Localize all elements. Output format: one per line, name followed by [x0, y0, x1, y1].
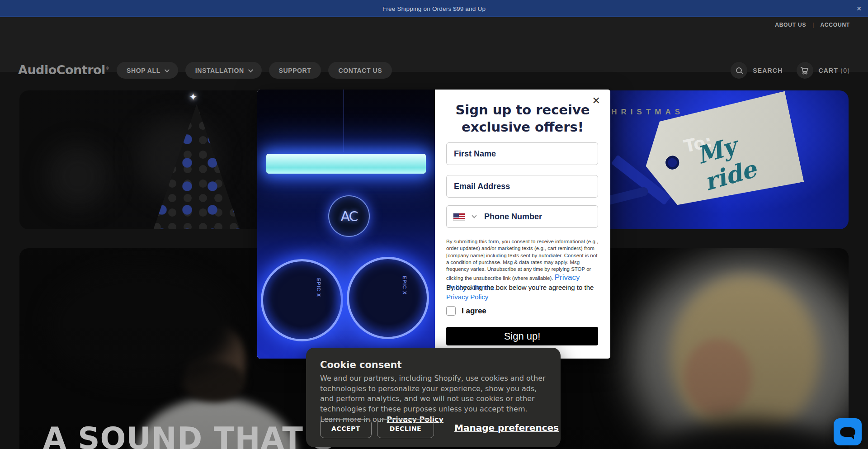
header-actions: SEARCH CART (0): [731, 62, 850, 79]
announcement-close-icon[interactable]: ✕: [856, 0, 862, 17]
email-field-wrap: [446, 175, 598, 198]
phone-field-wrap: [446, 205, 598, 228]
ac-logo-emblem: AC: [328, 195, 370, 237]
nav-support-label: SUPPORT: [279, 67, 311, 74]
chevron-down-icon: [165, 67, 170, 72]
signup-modal: AC EPIC X EPIC X ✕ Sign up to receive ex…: [257, 90, 610, 359]
cookie-manage-preferences-link[interactable]: Manage preferences: [454, 422, 559, 433]
agree-checkbox-label: I agree: [462, 307, 486, 316]
email-input[interactable]: [447, 175, 598, 197]
agree-prefix: By checking the box below you're agreein…: [446, 284, 594, 291]
nav-contact-us-label: CONTACT US: [338, 67, 382, 74]
first-name-field-wrap: [446, 142, 598, 165]
account-link[interactable]: ACCOUNT: [820, 22, 850, 28]
signup-form: ✕ Sign up to receive exclusive offers! B…: [435, 90, 610, 359]
cart-button[interactable]: [797, 62, 813, 79]
ac-logo-text: AC: [341, 208, 358, 224]
cookie-body: We and our partners, including Shopify, …: [320, 373, 548, 425]
subwoofer-brand-text: EPIC X: [402, 276, 407, 295]
brand-logo-text: AudioControl: [18, 63, 105, 77]
utility-nav: ABOUT US | ACCOUNT: [775, 22, 850, 28]
agree-text: By checking the box below you're agreein…: [446, 283, 600, 302]
nav-shop-all-label: SHOP ALL: [127, 67, 160, 74]
subwoofer-left: EPIC X: [261, 259, 343, 341]
agree-checkbox-row: I agree: [446, 306, 486, 316]
header: ABOUT US | ACCOUNT AudioControl® SHOP AL…: [0, 17, 868, 72]
search-icon: [736, 67, 742, 73]
announcement-bar: Free Shipping on Orders $99 and Up ✕: [0, 0, 868, 17]
neon-light-bar: [266, 154, 426, 174]
cart-label-text: CART: [819, 67, 839, 74]
cookie-accept-button[interactable]: ACCEPT: [320, 419, 372, 438]
nav-contact-us[interactable]: CONTACT US: [328, 62, 392, 79]
nav-support[interactable]: SUPPORT: [269, 62, 321, 79]
subwoofer-right: EPIC X: [347, 257, 429, 339]
cookie-consent-dialog: Cookie consent We and our partners, incl…: [306, 348, 561, 447]
page: Free Shipping on Orders $99 and Up ✕ ABO…: [0, 0, 868, 449]
hero-headline: A SOUND THAT'S: [43, 421, 335, 449]
cookie-title: Cookie consent: [320, 359, 402, 370]
chevron-down-icon: [248, 67, 253, 72]
nav-shop-all[interactable]: SHOP ALL: [117, 62, 178, 79]
cart-label[interactable]: CART (0): [819, 67, 850, 74]
modal-title-line1: Sign up to receive: [455, 102, 590, 118]
subwoofer-brand-text: EPIC X: [316, 278, 321, 297]
christmas-text: CHRISTMAS: [602, 108, 684, 117]
search-button[interactable]: [731, 62, 747, 79]
bokeh-light: [47, 145, 110, 208]
gift-tag-hole: [664, 155, 680, 171]
main-nav: SHOP ALL INSTALLATION SUPPORT CONTACT US: [117, 62, 392, 79]
agree-checkbox[interactable]: [446, 306, 456, 316]
trunk-subwoofer-image: AC EPIC X EPIC X: [257, 90, 435, 359]
cart-count: (0): [840, 67, 850, 74]
main-header: AudioControl® SHOP ALL INSTALLATION SUPP…: [0, 52, 868, 89]
cookie-decline-button[interactable]: DECLINE: [377, 419, 434, 438]
phone-input[interactable]: [476, 206, 598, 227]
brand-logo[interactable]: AudioControl®: [18, 63, 109, 77]
first-name-input[interactable]: [447, 143, 598, 165]
nav-installation-label: INSTALLATION: [195, 67, 244, 74]
us-flag-icon[interactable]: [453, 213, 465, 221]
registered-mark: ®: [105, 66, 109, 71]
nav-installation[interactable]: INSTALLATION: [185, 62, 262, 79]
announcement-text: Free Shipping on Orders $99 and Up: [382, 5, 486, 12]
utility-separator: |: [812, 22, 814, 28]
modal-title-line2: exclusive offers!: [462, 119, 584, 135]
trunk-seam: [343, 90, 344, 152]
gift-tag-name: My ride: [693, 116, 803, 196]
modal-title: Sign up to receive exclusive offers!: [435, 101, 610, 136]
chat-launcher-button[interactable]: [834, 418, 862, 445]
chat-bubble-icon: [840, 427, 855, 437]
signup-submit-button[interactable]: Sign up!: [446, 327, 598, 345]
tree-star-icon: ✦: [189, 91, 197, 103]
about-us-link[interactable]: ABOUT US: [775, 22, 806, 28]
privacy-policy-link[interactable]: Privacy Policy: [446, 293, 488, 301]
search-label[interactable]: SEARCH: [753, 67, 783, 74]
cart-icon: [800, 66, 809, 75]
